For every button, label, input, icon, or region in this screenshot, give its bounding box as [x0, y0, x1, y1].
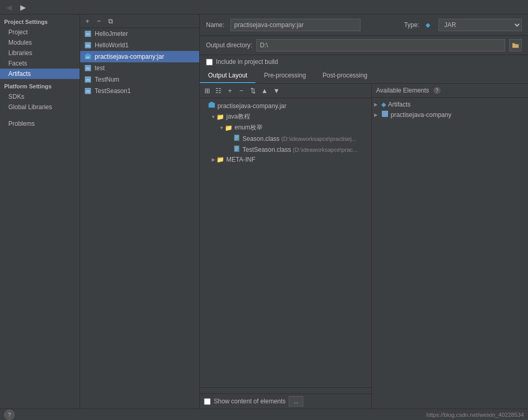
- node-label: java教程: [226, 112, 250, 121]
- module-icon: m: [84, 30, 92, 37]
- tree-area: ⊞ ☷ + − ⇅ ▲ ▼: [200, 84, 372, 409]
- tree-add-btn[interactable]: +: [225, 86, 235, 96]
- artifact-item-testseason1[interactable]: m TestSeason1: [80, 85, 199, 97]
- artifact-label: HelloJmeter: [95, 30, 128, 37]
- artifact-label: TestSeason1: [95, 87, 131, 95]
- sidebar-item-problems[interactable]: Problems: [0, 119, 80, 129]
- project-icon: [381, 110, 389, 119]
- title-bar: ◀ ▶: [0, 0, 528, 15]
- tab-output-layout[interactable]: Output Layout: [200, 69, 255, 83]
- class-file-icon: [233, 145, 240, 154]
- available-node-practisejava[interactable]: ▶ practisejava-company: [372, 109, 528, 120]
- ellipsis-button[interactable]: ...: [289, 396, 303, 406]
- svg-text:m: m: [86, 89, 90, 94]
- artifact-item-test[interactable]: m test: [80, 62, 199, 74]
- svg-text:m: m: [86, 77, 90, 82]
- tree-remove-btn[interactable]: −: [236, 86, 247, 96]
- tree-node-season-class[interactable]: Season.class (D:\ideaworksapce\practisej…: [200, 133, 371, 144]
- back-button[interactable]: ◀: [4, 2, 14, 12]
- tab-post-processing[interactable]: Post-processing: [314, 69, 376, 83]
- show-content-label[interactable]: Show content of elements: [214, 398, 286, 405]
- node-label: TestSeason.class (D:\ideaworksapce\prac.…: [242, 146, 357, 153]
- scrollbar-area: [200, 387, 371, 393]
- tree-sort-btn[interactable]: ⇅: [248, 86, 258, 96]
- tree-view-btn[interactable]: ☷: [213, 86, 224, 96]
- sidebar-item-global-libraries[interactable]: Global Libraries: [0, 102, 80, 112]
- artifact-item-hellojmeter[interactable]: m HelloJmeter: [80, 28, 199, 40]
- svg-text:m: m: [86, 32, 90, 36]
- tree-up-btn[interactable]: ▲: [259, 86, 270, 96]
- artifacts-icon: ◆: [381, 101, 386, 108]
- name-input[interactable]: [230, 19, 360, 31]
- sidebar-item-label: Global Libraries: [8, 103, 52, 111]
- available-panel: Available Elements ? ▶ ◆ Artifacts ▶: [372, 84, 528, 409]
- svg-rect-5: [86, 54, 89, 55]
- type-label: Type:: [404, 21, 419, 29]
- name-label: Name:: [206, 21, 224, 29]
- svg-text:m: m: [86, 43, 90, 48]
- node-label: Season.class (D:\ideaworksapce\practisej…: [242, 135, 356, 142]
- folder-icon: 📁: [216, 156, 224, 163]
- sidebar-item-project[interactable]: Project: [0, 27, 80, 37]
- tree-node-jar[interactable]: practisejava-company.jar: [200, 100, 371, 111]
- status-bar: ? https://blog.csdn.net/weixin_40228534: [0, 409, 528, 420]
- sidebar-item-label: Facets: [8, 60, 27, 67]
- available-label: practisejava-company: [391, 111, 452, 119]
- jar-file-icon: [208, 101, 215, 110]
- forward-button[interactable]: ▶: [18, 2, 28, 12]
- tabs-bar: Output Layout Pre-processing Post-proces…: [200, 69, 528, 84]
- folder-icon: 📁: [216, 113, 224, 121]
- show-content-checkbox[interactable]: [204, 398, 211, 405]
- copy-artifact-button[interactable]: ⧉: [105, 16, 115, 27]
- include-in-build-label[interactable]: Include in project build: [216, 58, 278, 65]
- output-dir-input[interactable]: [256, 39, 505, 51]
- status-url: https://blog.csdn.net/weixin_40228534: [427, 412, 524, 418]
- tree-node-testseason-class[interactable]: TestSeason.class (D:\ideaworksapce\prac.…: [200, 144, 371, 155]
- type-diamond-icon: ◆: [426, 21, 430, 29]
- sidebar-item-label: Problems: [8, 120, 35, 127]
- toggle-icon: ▶: [374, 112, 381, 117]
- output-dir-label: Output directory:: [206, 42, 252, 49]
- help-button[interactable]: ?: [4, 410, 15, 420]
- available-elements-label: Available Elements: [376, 87, 429, 94]
- show-content-row: Show content of elements ...: [200, 393, 371, 409]
- svg-rect-23: [382, 111, 388, 117]
- type-select[interactable]: JAR WAR Web Application: Exploded Other: [439, 19, 522, 31]
- tree-node-enum-folder[interactable]: ▼ 📁 enum枚举: [200, 122, 371, 133]
- tree-node-java-folder[interactable]: ▼ 📁 java教程: [200, 111, 371, 122]
- tab-pre-processing[interactable]: Pre-processing: [255, 69, 314, 83]
- sidebar-item-libraries[interactable]: Libraries: [0, 48, 80, 58]
- project-settings-title: Project Settings: [0, 15, 80, 27]
- available-content: ▶ ◆ Artifacts ▶ practisejava-company: [372, 98, 528, 409]
- add-artifact-button[interactable]: +: [82, 16, 93, 26]
- toggle-icon: ▶: [210, 157, 216, 162]
- available-header: Available Elements ?: [372, 84, 528, 98]
- sidebar-item-label: Project: [8, 29, 28, 36]
- class-file-icon: [233, 134, 240, 143]
- remove-artifact-button[interactable]: −: [94, 16, 104, 26]
- help-icon[interactable]: ?: [433, 87, 441, 94]
- tree-down-btn[interactable]: ▼: [271, 86, 282, 96]
- sidebar-item-facets[interactable]: Facets: [0, 58, 80, 69]
- module-icon: m: [84, 64, 92, 72]
- include-in-build-checkbox[interactable]: [206, 59, 213, 65]
- artifact-item-helloworld1[interactable]: m HelloWorld1: [80, 40, 199, 51]
- platform-settings-title: Platform Settings: [0, 79, 80, 91]
- module-icon: m: [84, 76, 92, 83]
- folder-browse-button[interactable]: [509, 39, 522, 51]
- artifact-item-practisejava[interactable]: jar practisejava-company:jar: [80, 51, 199, 62]
- sidebar-item-artifacts[interactable]: Artifacts: [0, 69, 80, 79]
- artifact-label: HelloWorld1: [95, 42, 128, 49]
- toggle-icon: ▼: [210, 114, 216, 120]
- jar-icon: jar: [84, 53, 92, 60]
- artifact-panel: + − ⧉ m HelloJmeter m: [80, 15, 200, 409]
- sidebar-item-sdks[interactable]: SDKs: [0, 91, 80, 102]
- artifact-label: TestNum: [95, 76, 119, 83]
- sidebar-item-modules[interactable]: Modules: [0, 37, 80, 48]
- available-node-artifacts[interactable]: ▶ ◆ Artifacts: [372, 100, 528, 109]
- output-dir-row: Output directory:: [200, 36, 528, 55]
- tree-node-meta-inf[interactable]: ▶ 📁 META-INF: [200, 155, 371, 164]
- artifact-item-testnum[interactable]: m TestNum: [80, 74, 199, 85]
- tree-expand-btn[interactable]: ⊞: [202, 86, 212, 96]
- node-label: META-INF: [226, 156, 255, 163]
